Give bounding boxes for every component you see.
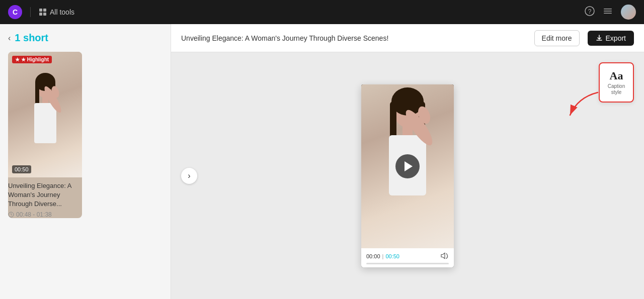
play-icon [405, 161, 413, 171]
clock-icon [8, 212, 14, 218]
time-range: 00:48 - 01:38 [16, 211, 52, 218]
person-silhouette [25, 72, 65, 177]
menu-icon[interactable] [603, 6, 613, 19]
content-title: Unveiling Elegance: A Woman's Journey Th… [181, 34, 526, 42]
svg-rect-9 [604, 11, 612, 12]
thumbnail-image: ★ ★ Highlight 00:50 [8, 52, 82, 177]
thumbnail-time: 00:48 - 01:38 [8, 211, 82, 218]
caption-aa-label: Aa [610, 69, 623, 82]
chevron-right-icon: › [188, 171, 190, 180]
content-header: Unveiling Elegance: A Woman's Journey Th… [171, 24, 644, 52]
topnav: C All tools ? [0, 0, 644, 24]
help-icon[interactable]: ? [585, 6, 595, 19]
total-time: 00:50 [385, 253, 399, 259]
export-button[interactable]: Export [588, 31, 634, 46]
svg-rect-26 [403, 126, 413, 136]
export-label: Export [606, 34, 626, 42]
main-layout: ‹ 1 short [0, 24, 644, 299]
avatar[interactable] [621, 5, 636, 20]
caption-panel: Aa Caption style [599, 62, 634, 103]
sidebar-title: 1 short [15, 32, 48, 44]
svg-rect-16 [34, 103, 56, 143]
back-button[interactable]: ‹ [8, 34, 11, 43]
chevron-nav-button[interactable]: › [181, 168, 197, 184]
video-controls: 00:00 | 00:50 [361, 248, 454, 267]
svg-text:?: ? [588, 8, 592, 15]
export-icon [596, 35, 603, 42]
sidebar-header: ‹ 1 short [8, 32, 163, 44]
thumbnail-card[interactable]: ★ ★ Highlight 00:50 Unveiling Elegance: … [8, 52, 82, 218]
speaker-icon [441, 252, 449, 259]
video-frame [361, 84, 454, 248]
svg-text:C: C [13, 8, 18, 16]
play-button[interactable] [395, 154, 420, 178]
current-time: 00:00 [366, 253, 380, 259]
svg-rect-4 [39, 13, 42, 16]
caption-style-label: Caption style [608, 83, 625, 95]
svg-rect-8 [604, 9, 612, 10]
video-player: 00:00 | 00:50 [361, 84, 454, 267]
sidebar: ‹ 1 short [0, 24, 171, 299]
video-time-row: 00:00 | 00:50 [366, 252, 449, 261]
canva-logo[interactable]: C [8, 5, 22, 19]
all-tools-link[interactable]: All tools [39, 8, 74, 16]
content-area: Unveiling Elegance: A Woman's Journey Th… [171, 24, 644, 299]
highlight-badge: ★ ★ Highlight [12, 56, 52, 63]
svg-rect-15 [42, 97, 48, 104]
arrow-annotation [562, 87, 603, 123]
volume-icon[interactable] [441, 252, 449, 261]
video-times: 00:00 | 00:50 [366, 253, 399, 259]
svg-line-21 [11, 215, 12, 216]
time-separator: | [382, 253, 384, 259]
svg-rect-5 [43, 13, 46, 16]
progress-bar[interactable] [366, 263, 449, 264]
nav-divider [30, 7, 31, 17]
edit-more-button[interactable]: Edit more [534, 30, 580, 46]
all-tools-label: All tools [50, 8, 74, 16]
caption-style-button[interactable]: Aa Caption style [599, 62, 634, 103]
svg-rect-3 [43, 9, 46, 12]
tools-icon [39, 8, 47, 16]
thumbnail-info: Unveiling Elegance: A Woman's Journey Th… [8, 181, 82, 218]
topnav-right: ? [585, 5, 636, 20]
svg-rect-10 [604, 13, 612, 14]
thumbnail-duration: 00:50 [12, 165, 31, 173]
svg-rect-2 [39, 9, 42, 12]
preview-area: › [171, 52, 644, 299]
thumbnail-title: Unveiling Elegance: A Woman's Journey Th… [8, 181, 82, 209]
